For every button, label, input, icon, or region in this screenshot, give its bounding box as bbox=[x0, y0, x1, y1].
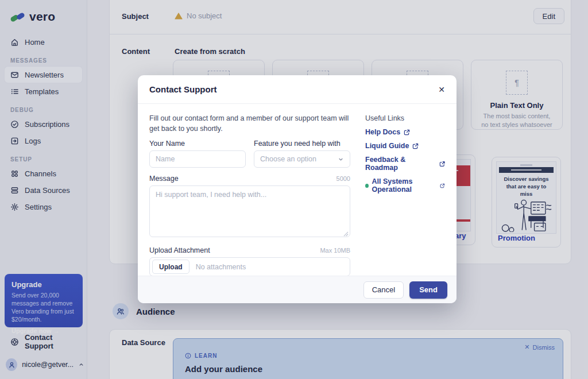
upload-label: Upload Attachment bbox=[149, 246, 210, 254]
upload-max-size: Max 10MB bbox=[320, 247, 350, 254]
link-help-docs[interactable]: Help Docs bbox=[365, 128, 445, 136]
link-feedback-roadmap[interactable]: Feedback & Roadmap bbox=[365, 156, 445, 172]
message-textarea[interactable] bbox=[149, 185, 350, 237]
contact-support-modal: Contact Support ✕ Fill out our contact f… bbox=[138, 75, 457, 303]
modal-header: Contact Support ✕ bbox=[138, 75, 457, 104]
useful-links-panel: Useful Links Help Docs Liquid Guide Feed… bbox=[365, 113, 445, 276]
modal-footer: Cancel Send bbox=[138, 276, 457, 303]
message-area-wrap bbox=[149, 185, 350, 239]
external-link-icon bbox=[440, 183, 445, 189]
attachment-dropzone[interactable]: Upload No attachments bbox=[149, 257, 350, 276]
link-label: Help Docs bbox=[365, 128, 400, 136]
send-button[interactable]: Send bbox=[409, 281, 447, 299]
link-liquid-guide[interactable]: Liquid Guide bbox=[365, 142, 445, 150]
feature-select[interactable]: Choose an option bbox=[254, 150, 350, 168]
external-link-icon bbox=[404, 129, 410, 136]
name-input[interactable] bbox=[149, 150, 246, 168]
link-system-status[interactable]: All Systems Operational bbox=[365, 177, 445, 194]
external-link-icon bbox=[439, 161, 445, 167]
modal-title: Contact Support bbox=[149, 84, 217, 94]
fields-row: Your Name Feature you need help with Cho… bbox=[149, 140, 350, 168]
external-link-icon bbox=[412, 143, 419, 149]
no-attachments-text: No attachments bbox=[196, 263, 246, 271]
message-label-row: Message 5000 bbox=[149, 175, 350, 183]
name-field-group: Your Name bbox=[149, 140, 246, 168]
close-icon[interactable]: ✕ bbox=[438, 86, 445, 94]
upload-label-row: Upload Attachment Max 10MB bbox=[149, 246, 350, 254]
message-char-counter: 5000 bbox=[336, 175, 350, 182]
upload-button[interactable]: Upload bbox=[152, 260, 189, 274]
useful-links-title: Useful Links bbox=[365, 114, 445, 122]
feature-label: Feature you need help with bbox=[254, 140, 350, 148]
status-ok-dot bbox=[365, 184, 369, 188]
feature-select-value: Choose an option bbox=[260, 155, 316, 163]
link-label: All Systems Operational bbox=[372, 177, 437, 194]
chevron-down-icon bbox=[338, 156, 344, 163]
support-form: Fill out our contact form and a member o… bbox=[149, 113, 350, 276]
cancel-button[interactable]: Cancel bbox=[363, 281, 404, 299]
feature-field-group: Feature you need help with Choose an opt… bbox=[254, 140, 350, 168]
link-label: Feedback & Roadmap bbox=[365, 156, 436, 172]
message-label: Message bbox=[149, 175, 179, 183]
link-label: Liquid Guide bbox=[365, 142, 409, 150]
resize-handle[interactable] bbox=[343, 231, 349, 237]
modal-body: Fill out our contact form and a member o… bbox=[138, 104, 457, 276]
modal-intro-text: Fill out our contact form and a member o… bbox=[149, 113, 350, 134]
name-label: Your Name bbox=[149, 140, 246, 148]
